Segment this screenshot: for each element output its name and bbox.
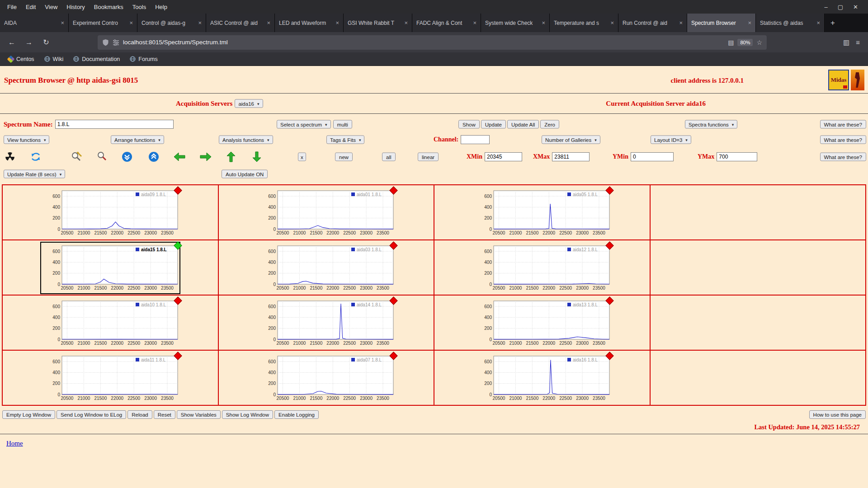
number-of-galleries-select[interactable]: Number of Galleries ▾ <box>542 136 600 144</box>
bookmark-star-icon[interactable]: ☆ <box>756 39 762 46</box>
tab-temperature-and-s[interactable]: Temperature and s× <box>550 14 618 32</box>
spectrum-panel-aida16[interactable]: 2050021000215002200022500230002350002004… <box>474 354 610 403</box>
what-are-these-button-2[interactable]: What are these? <box>820 136 866 144</box>
arrange-functions-select[interactable]: Arrange functions ▾ <box>111 136 164 144</box>
tab-close-icon[interactable]: × <box>129 19 133 26</box>
sidebar-icon[interactable]: ▥ <box>843 38 849 47</box>
tab-close-icon[interactable]: × <box>335 19 339 26</box>
reset-button[interactable]: Reset <box>154 410 175 419</box>
spectrum-name-input[interactable] <box>55 120 174 129</box>
shield-icon[interactable] <box>102 39 109 46</box>
menu-bookmarks[interactable]: Bookmarks <box>90 3 128 11</box>
spectrum-panel-aida14[interactable]: 2050021000215002200022500230002350002004… <box>258 299 394 347</box>
show-log-window-button[interactable]: Show Log Window <box>222 410 273 419</box>
spectrum-panel-aida13[interactable]: 2050021000215002200022500230002350002004… <box>474 299 610 347</box>
spectrum-panel-aida03[interactable]: 2050021000215002200022500230002350002004… <box>258 244 394 292</box>
update-rate-select[interactable]: Update Rate (8 secs) ▾ <box>4 170 65 178</box>
layout-id-select[interactable]: Layout ID=3 ▾ <box>651 136 691 144</box>
maximize-button[interactable]: ▢ <box>838 4 843 10</box>
spectrum-panel-aida01[interactable]: 2050021000215002200022500230002350002004… <box>258 188 394 237</box>
spectrum-panel-aida10[interactable]: 2050021000215002200022500230002350002004… <box>42 299 179 347</box>
refresh-cycle-icon[interactable] <box>30 151 41 162</box>
tab-led-and-waveform[interactable]: LED and Waveform× <box>275 14 344 32</box>
minimize-button[interactable]: – <box>825 4 828 10</box>
tab-close-icon[interactable]: × <box>679 19 683 26</box>
what-are-these-button-1[interactable]: What are these? <box>820 120 866 129</box>
back-button[interactable]: ← <box>5 36 18 49</box>
reader-mode-icon[interactable]: ▤ <box>728 39 734 46</box>
zero-button[interactable]: Zero <box>540 120 559 129</box>
zoom-remove-icon[interactable] <box>97 151 108 163</box>
tab-system-wide-check[interactable]: System wide Check× <box>481 14 550 32</box>
ymax-input[interactable] <box>717 152 757 161</box>
show-variables-button[interactable]: Show Variables <box>177 410 221 419</box>
tab-aida[interactable]: AIDA× <box>0 14 69 32</box>
tab-close-icon[interactable]: × <box>61 19 64 26</box>
tab-control-aidas-g[interactable]: Control @ aidas-g× <box>137 14 206 32</box>
new-button[interactable]: new <box>335 153 353 161</box>
tab-close-icon[interactable]: × <box>748 19 751 26</box>
xmin-input[interactable] <box>485 152 522 161</box>
menu-help[interactable]: Help <box>151 3 172 11</box>
tune-icon[interactable] <box>113 39 119 46</box>
update-all-button[interactable]: Update All <box>507 120 539 129</box>
linear-button[interactable]: linear <box>418 153 439 161</box>
collapse-up-icon[interactable] <box>148 151 159 162</box>
expand-down-icon[interactable] <box>122 151 132 162</box>
tab-close-icon[interactable]: × <box>610 19 614 26</box>
send-log-window-to-elog-button[interactable]: Send Log Window to ELog <box>57 410 126 419</box>
tab-close-icon[interactable]: × <box>473 19 476 26</box>
menu-file[interactable]: File <box>3 3 21 11</box>
zoom-level-badge[interactable]: 80% <box>737 39 753 46</box>
update-button[interactable]: Update <box>481 120 506 129</box>
bookmark-forums[interactable]: Forums <box>126 55 161 63</box>
tab-fadc-align-cont[interactable]: FADC Align & Cont× <box>412 14 481 32</box>
ymin-input[interactable] <box>631 152 674 161</box>
reload-button[interactable]: Reload <box>127 410 152 419</box>
spectrum-panel-aida05[interactable]: 2050021000215002200022500230002350002004… <box>474 188 610 237</box>
enable-logging-button[interactable]: Enable Logging <box>274 410 319 419</box>
tab-experiment-contro[interactable]: Experiment Contro× <box>69 14 137 32</box>
xmax-input[interactable] <box>552 152 590 161</box>
multi-button[interactable]: multi <box>333 120 352 129</box>
forward-button[interactable]: → <box>23 36 35 49</box>
spectrum-panel-aida12[interactable]: 2050021000215002200022500230002350002004… <box>474 244 610 292</box>
up-arrow-icon[interactable] <box>226 151 236 163</box>
url-bar[interactable]: localhost:8015/Spectrum/Spectrum.tml ▤ 8… <box>98 35 767 50</box>
what-are-these-button-3[interactable]: What are these? <box>820 153 866 161</box>
spectrum-panel-aida15[interactable]: 2050021000215002200022500230002350002004… <box>42 244 179 292</box>
spectra-functions-select[interactable]: Spectra functions ▾ <box>685 120 737 129</box>
menu-tools[interactable]: Tools <box>128 3 151 11</box>
radiation-icon[interactable] <box>5 151 15 162</box>
tab-close-icon[interactable]: × <box>404 19 408 26</box>
tab-spectrum-browser[interactable]: Spectrum Browser× <box>687 14 756 32</box>
tab-run-control-aid[interactable]: Run Control @ aid× <box>618 14 687 32</box>
bookmark-documentation[interactable]: Documentation <box>70 55 123 63</box>
tab-close-icon[interactable]: × <box>267 19 270 26</box>
auto-update-button[interactable]: Auto Update ON <box>222 170 268 178</box>
spectrum-panel-aida09[interactable]: 2050021000215002200022500230002350002004… <box>42 188 179 237</box>
bookmark-centos[interactable]: Centos <box>5 55 38 63</box>
reload-button[interactable]: ↻ <box>40 36 52 49</box>
new-tab-button[interactable]: + <box>825 14 841 32</box>
tab-close-icon[interactable]: × <box>816 19 820 26</box>
menu-view[interactable]: View <box>40 3 62 11</box>
home-link[interactable]: Home <box>6 440 23 447</box>
prev-arrow-icon[interactable] <box>173 152 186 162</box>
tab-close-icon[interactable]: × <box>542 19 545 26</box>
acquisition-server-select[interactable]: aida16 ▾ <box>235 99 263 108</box>
tab-asic-control-aid[interactable]: ASIC Control @ aid× <box>206 14 275 32</box>
tab-close-icon[interactable]: × <box>198 19 202 26</box>
x-button[interactable]: x <box>298 153 306 161</box>
select-a-spectrum-select[interactable]: Select a spectrum ▾ <box>277 120 331 129</box>
spectrum-panel-aida11[interactable]: 2050021000215002200022500230002350002004… <box>42 354 179 403</box>
tab-gsi-white-rabbit-t[interactable]: GSI White Rabbit T× <box>344 14 412 32</box>
all-button[interactable]: all <box>382 153 396 161</box>
spectrum-panel-aida07[interactable]: 2050021000215002200022500230002350002004… <box>258 354 394 403</box>
tab-statistics-aidas[interactable]: Statistics @ aidas× <box>756 14 825 32</box>
bookmark-wiki[interactable]: Wiki <box>41 55 67 63</box>
view-functions-select[interactable]: View functions ▾ <box>4 136 49 144</box>
tags-fits-select[interactable]: Tags & Fits ▾ <box>326 136 364 144</box>
empty-log-window-button[interactable]: Empty Log Window <box>2 410 55 419</box>
channel-input[interactable] <box>461 135 490 144</box>
